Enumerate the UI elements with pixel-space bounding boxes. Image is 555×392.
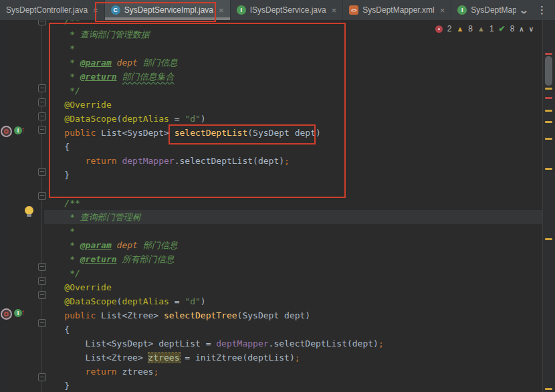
stripe-mark-yellow[interactable] — [545, 138, 552, 140]
warning-icon: ▲ — [456, 25, 463, 33]
warning-count: 8 — [468, 24, 473, 33]
error-stripe-scrollbar[interactable] — [542, 20, 555, 392]
code-line: */ — [0, 266, 543, 280]
stripe-mark-yellow[interactable] — [545, 168, 552, 170]
code-line: @DataScope(deptAlias = "d") — [0, 294, 543, 308]
interface-file-icon: I — [237, 5, 246, 15]
code-line: * — [0, 41, 543, 56]
tab-label: SysDeptController.java — [6, 5, 88, 15]
code-line: } — [0, 168, 543, 182]
code-line: @DataScope(deptAlias = "d") — [0, 112, 543, 126]
error-count: 2 — [447, 24, 452, 33]
code-line: List<Ztree> ztrees = initZtree(deptList)… — [0, 351, 543, 365]
fold-marker-icon[interactable] — [38, 277, 46, 285]
weak-warning-count: 1 — [489, 24, 494, 33]
fold-marker-icon[interactable] — [38, 112, 46, 120]
stripe-mark-yellow[interactable] — [545, 121, 552, 123]
fold-marker-icon[interactable] — [38, 291, 46, 299]
code-line: * 查询部门管理树 — [0, 210, 543, 224]
tab-label: SysDeptServiceImpl.java — [124, 5, 213, 15]
mybatis-mapper-icon[interactable] — [1, 308, 12, 320]
tab-close-icon[interactable]: × — [439, 6, 445, 15]
tab-sysdeptmapper-xml[interactable]: <>SysDeptMapper.xml× — [343, 0, 451, 20]
stripe-mark-yellow[interactable] — [545, 110, 552, 112]
code-line: public List<Ztree> selectDeptTree(SysDep… — [0, 308, 543, 322]
stripe-mark-red[interactable] — [545, 97, 552, 99]
previous-problem-chevron-icon[interactable]: ∧ — [519, 25, 524, 33]
code-area: /** * 查询部门管理数据 * * @param dept 部门信息 * @r… — [0, 20, 543, 392]
stripe-mark-yellow[interactable] — [545, 238, 552, 240]
xml-file-icon: <> — [349, 5, 358, 15]
intention-lightbulb-icon[interactable] — [25, 206, 33, 215]
tab-label: ISysDeptService.java — [250, 5, 326, 15]
ide-window: SysDeptController.java×CSysDeptServiceIm… — [0, 0, 555, 392]
tab-strip: SysDeptController.java×CSysDeptServiceIm… — [0, 0, 516, 20]
weak-warning-icon: ▲ — [477, 25, 485, 33]
fold-marker-icon[interactable] — [38, 84, 46, 92]
code-line: return deptMapper.selectDeptList(dept); — [0, 154, 543, 168]
code-line: } — [0, 379, 543, 392]
fold-marker-icon[interactable] — [38, 20, 46, 25]
editor-tab-bar: SysDeptController.java×CSysDeptServiceIm… — [0, 0, 555, 21]
stripe-mark-red[interactable] — [545, 53, 552, 55]
code-line: */ — [0, 84, 543, 98]
tab-close-icon[interactable]: × — [217, 6, 224, 15]
tab-label: SysDeptMapper.java — [471, 5, 516, 15]
fold-marker-icon[interactable] — [38, 373, 46, 381]
code-line: return ztrees; — [0, 365, 543, 379]
code-line — [0, 182, 543, 196]
hidden-tabs-chevron-icon[interactable]: ⌄ — [519, 5, 529, 15]
tab-sysdeptcontroller-java[interactable]: SysDeptController.java× — [0, 0, 105, 20]
stripe-mark-yellow[interactable] — [545, 388, 552, 390]
code-line: { — [0, 322, 543, 336]
tab-close-icon[interactable]: × — [330, 6, 337, 15]
code-line: @Override — [0, 98, 543, 112]
next-problem-chevron-icon[interactable]: ∨ — [529, 25, 534, 33]
tab-sysdeptserviceimpl-java[interactable]: CSysDeptServiceImpl.java× — [105, 0, 231, 20]
tab-close-icon[interactable]: × — [92, 6, 98, 15]
code-line: { — [0, 140, 543, 154]
fold-marker-icon[interactable] — [38, 263, 46, 271]
stripe-mark-yellow[interactable] — [545, 88, 552, 90]
override-up-arrow-icon: ↑ — [21, 125, 25, 134]
code-editor[interactable]: /** * 查询部门管理数据 * * @param dept 部门信息 * @r… — [0, 20, 543, 392]
fold-marker-icon[interactable] — [38, 98, 46, 106]
tab-isysdeptservice-java[interactable]: IISysDeptService.java× — [231, 0, 344, 20]
fold-marker-icon[interactable] — [38, 319, 46, 327]
tab-sysdeptmapper-java[interactable]: ISysDeptMapper.java× — [451, 0, 516, 20]
mybatis-mapper-icon[interactable] — [1, 126, 12, 137]
code-line: public List<SysDept> selectDeptList(SysD… — [0, 126, 543, 140]
class-file-icon: C — [111, 5, 120, 15]
tab-label: SysDeptMapper.xml — [362, 5, 434, 15]
code-line: * @param dept 部门信息 — [0, 56, 543, 70]
tab-options-kebab-icon[interactable]: ⋮ — [537, 4, 547, 16]
code-line: * @return 部门信息集合 — [0, 70, 543, 84]
tab-bar-controls: ⌄ ⋮ — [516, 0, 555, 20]
code-line: /** — [0, 196, 543, 210]
typo-count: 8 — [510, 24, 515, 33]
scrollbar-thumb[interactable] — [545, 56, 552, 86]
code-line: List<SysDept> deptList = deptMapper.sele… — [0, 336, 543, 351]
error-icon — [435, 25, 443, 33]
typo-icon: ✔ — [499, 24, 506, 33]
inspections-widget[interactable]: 2 ▲ 8 ▲ 1 ✔ 8 ∧ ∨ — [435, 24, 534, 33]
override-up-arrow-icon: ↑ — [21, 308, 25, 316]
code-line: * — [0, 224, 543, 238]
fold-marker-icon[interactable] — [38, 168, 46, 176]
code-line: @Override — [0, 280, 543, 294]
code-line: * @return 所有部门信息 — [0, 252, 543, 266]
code-line: * @param dept 部门信息 — [0, 238, 543, 252]
fold-marker-icon[interactable] — [38, 192, 46, 200]
fold-marker-icon[interactable] — [38, 126, 46, 134]
interface-file-icon: I — [457, 5, 467, 15]
